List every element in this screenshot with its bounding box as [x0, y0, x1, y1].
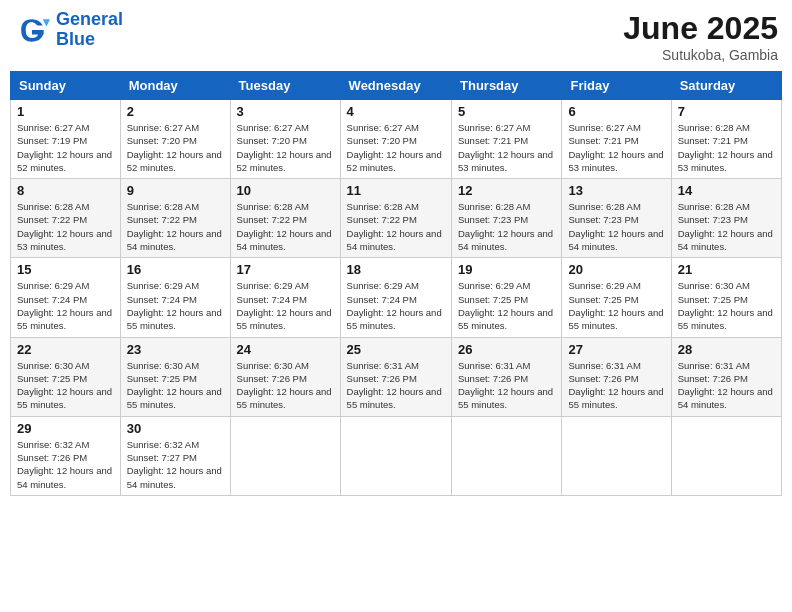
day-info: Sunrise: 6:28 AMSunset: 7:21 PMDaylight:… — [678, 121, 775, 174]
day-info: Sunrise: 6:27 AMSunset: 7:20 PMDaylight:… — [347, 121, 445, 174]
day-number: 14 — [678, 183, 775, 198]
calendar-cell — [340, 416, 451, 495]
col-friday: Friday — [562, 72, 671, 100]
day-info: Sunrise: 6:31 AMSunset: 7:26 PMDaylight:… — [347, 359, 445, 412]
day-info: Sunrise: 6:29 AMSunset: 7:24 PMDaylight:… — [347, 279, 445, 332]
calendar-cell: 8 Sunrise: 6:28 AMSunset: 7:22 PMDayligh… — [11, 179, 121, 258]
logo-text: General Blue — [56, 10, 123, 50]
day-number: 9 — [127, 183, 224, 198]
day-number: 26 — [458, 342, 555, 357]
calendar-cell: 6 Sunrise: 6:27 AMSunset: 7:21 PMDayligh… — [562, 100, 671, 179]
day-info: Sunrise: 6:31 AMSunset: 7:26 PMDaylight:… — [568, 359, 664, 412]
calendar-cell: 27 Sunrise: 6:31 AMSunset: 7:26 PMDaylig… — [562, 337, 671, 416]
calendar-cell — [230, 416, 340, 495]
calendar-cell: 10 Sunrise: 6:28 AMSunset: 7:22 PMDaylig… — [230, 179, 340, 258]
calendar-cell: 20 Sunrise: 6:29 AMSunset: 7:25 PMDaylig… — [562, 258, 671, 337]
calendar-cell: 30 Sunrise: 6:32 AMSunset: 7:27 PMDaylig… — [120, 416, 230, 495]
day-number: 17 — [237, 262, 334, 277]
calendar-cell: 22 Sunrise: 6:30 AMSunset: 7:25 PMDaylig… — [11, 337, 121, 416]
calendar-cell: 12 Sunrise: 6:28 AMSunset: 7:23 PMDaylig… — [452, 179, 562, 258]
calendar-cell: 24 Sunrise: 6:30 AMSunset: 7:26 PMDaylig… — [230, 337, 340, 416]
day-info: Sunrise: 6:30 AMSunset: 7:25 PMDaylight:… — [678, 279, 775, 332]
day-info: Sunrise: 6:30 AMSunset: 7:25 PMDaylight:… — [17, 359, 114, 412]
calendar-cell: 19 Sunrise: 6:29 AMSunset: 7:25 PMDaylig… — [452, 258, 562, 337]
day-number: 19 — [458, 262, 555, 277]
calendar-week-2: 8 Sunrise: 6:28 AMSunset: 7:22 PMDayligh… — [11, 179, 782, 258]
day-info: Sunrise: 6:29 AMSunset: 7:24 PMDaylight:… — [127, 279, 224, 332]
day-number: 10 — [237, 183, 334, 198]
calendar-cell: 21 Sunrise: 6:30 AMSunset: 7:25 PMDaylig… — [671, 258, 781, 337]
location-subtitle: Sutukoba, Gambia — [623, 47, 778, 63]
day-number: 24 — [237, 342, 334, 357]
day-info: Sunrise: 6:29 AMSunset: 7:25 PMDaylight:… — [568, 279, 664, 332]
day-number: 4 — [347, 104, 445, 119]
day-info: Sunrise: 6:28 AMSunset: 7:22 PMDaylight:… — [347, 200, 445, 253]
calendar-week-4: 22 Sunrise: 6:30 AMSunset: 7:25 PMDaylig… — [11, 337, 782, 416]
day-number: 30 — [127, 421, 224, 436]
day-info: Sunrise: 6:28 AMSunset: 7:22 PMDaylight:… — [237, 200, 334, 253]
calendar-cell — [562, 416, 671, 495]
month-title: June 2025 — [623, 10, 778, 47]
col-tuesday: Tuesday — [230, 72, 340, 100]
calendar-cell — [452, 416, 562, 495]
day-info: Sunrise: 6:28 AMSunset: 7:22 PMDaylight:… — [127, 200, 224, 253]
day-number: 5 — [458, 104, 555, 119]
day-info: Sunrise: 6:27 AMSunset: 7:21 PMDaylight:… — [568, 121, 664, 174]
day-number: 15 — [17, 262, 114, 277]
day-info: Sunrise: 6:28 AMSunset: 7:22 PMDaylight:… — [17, 200, 114, 253]
day-info: Sunrise: 6:31 AMSunset: 7:26 PMDaylight:… — [678, 359, 775, 412]
day-number: 20 — [568, 262, 664, 277]
calendar-cell: 11 Sunrise: 6:28 AMSunset: 7:22 PMDaylig… — [340, 179, 451, 258]
day-info: Sunrise: 6:27 AMSunset: 7:21 PMDaylight:… — [458, 121, 555, 174]
calendar-cell: 7 Sunrise: 6:28 AMSunset: 7:21 PMDayligh… — [671, 100, 781, 179]
day-info: Sunrise: 6:30 AMSunset: 7:26 PMDaylight:… — [237, 359, 334, 412]
calendar-week-1: 1 Sunrise: 6:27 AMSunset: 7:19 PMDayligh… — [11, 100, 782, 179]
day-info: Sunrise: 6:27 AMSunset: 7:20 PMDaylight:… — [237, 121, 334, 174]
calendar-cell: 1 Sunrise: 6:27 AMSunset: 7:19 PMDayligh… — [11, 100, 121, 179]
col-saturday: Saturday — [671, 72, 781, 100]
calendar-cell: 4 Sunrise: 6:27 AMSunset: 7:20 PMDayligh… — [340, 100, 451, 179]
calendar-cell: 29 Sunrise: 6:32 AMSunset: 7:26 PMDaylig… — [11, 416, 121, 495]
day-number: 29 — [17, 421, 114, 436]
calendar-cell: 26 Sunrise: 6:31 AMSunset: 7:26 PMDaylig… — [452, 337, 562, 416]
day-info: Sunrise: 6:29 AMSunset: 7:24 PMDaylight:… — [237, 279, 334, 332]
logo: General Blue — [14, 10, 123, 50]
day-info: Sunrise: 6:30 AMSunset: 7:25 PMDaylight:… — [127, 359, 224, 412]
day-info: Sunrise: 6:28 AMSunset: 7:23 PMDaylight:… — [678, 200, 775, 253]
day-info: Sunrise: 6:28 AMSunset: 7:23 PMDaylight:… — [568, 200, 664, 253]
logo-general: General — [56, 9, 123, 29]
calendar-week-3: 15 Sunrise: 6:29 AMSunset: 7:24 PMDaylig… — [11, 258, 782, 337]
day-number: 11 — [347, 183, 445, 198]
col-monday: Monday — [120, 72, 230, 100]
calendar-cell: 2 Sunrise: 6:27 AMSunset: 7:20 PMDayligh… — [120, 100, 230, 179]
calendar-cell: 13 Sunrise: 6:28 AMSunset: 7:23 PMDaylig… — [562, 179, 671, 258]
day-number: 18 — [347, 262, 445, 277]
calendar-header-row: Sunday Monday Tuesday Wednesday Thursday… — [11, 72, 782, 100]
calendar-cell: 15 Sunrise: 6:29 AMSunset: 7:24 PMDaylig… — [11, 258, 121, 337]
day-number: 21 — [678, 262, 775, 277]
day-number: 16 — [127, 262, 224, 277]
calendar-cell — [671, 416, 781, 495]
calendar-week-5: 29 Sunrise: 6:32 AMSunset: 7:26 PMDaylig… — [11, 416, 782, 495]
day-info: Sunrise: 6:31 AMSunset: 7:26 PMDaylight:… — [458, 359, 555, 412]
col-thursday: Thursday — [452, 72, 562, 100]
day-number: 12 — [458, 183, 555, 198]
day-number: 8 — [17, 183, 114, 198]
day-info: Sunrise: 6:27 AMSunset: 7:20 PMDaylight:… — [127, 121, 224, 174]
col-sunday: Sunday — [11, 72, 121, 100]
day-number: 3 — [237, 104, 334, 119]
day-info: Sunrise: 6:29 AMSunset: 7:25 PMDaylight:… — [458, 279, 555, 332]
day-number: 27 — [568, 342, 664, 357]
col-wednesday: Wednesday — [340, 72, 451, 100]
calendar-cell: 9 Sunrise: 6:28 AMSunset: 7:22 PMDayligh… — [120, 179, 230, 258]
day-info: Sunrise: 6:32 AMSunset: 7:27 PMDaylight:… — [127, 438, 224, 491]
day-info: Sunrise: 6:32 AMSunset: 7:26 PMDaylight:… — [17, 438, 114, 491]
header: General Blue June 2025 Sutukoba, Gambia — [10, 10, 782, 63]
calendar-cell: 17 Sunrise: 6:29 AMSunset: 7:24 PMDaylig… — [230, 258, 340, 337]
calendar: Sunday Monday Tuesday Wednesday Thursday… — [10, 71, 782, 496]
day-number: 23 — [127, 342, 224, 357]
day-number: 25 — [347, 342, 445, 357]
calendar-cell: 16 Sunrise: 6:29 AMSunset: 7:24 PMDaylig… — [120, 258, 230, 337]
calendar-cell: 25 Sunrise: 6:31 AMSunset: 7:26 PMDaylig… — [340, 337, 451, 416]
logo-blue: Blue — [56, 29, 95, 49]
